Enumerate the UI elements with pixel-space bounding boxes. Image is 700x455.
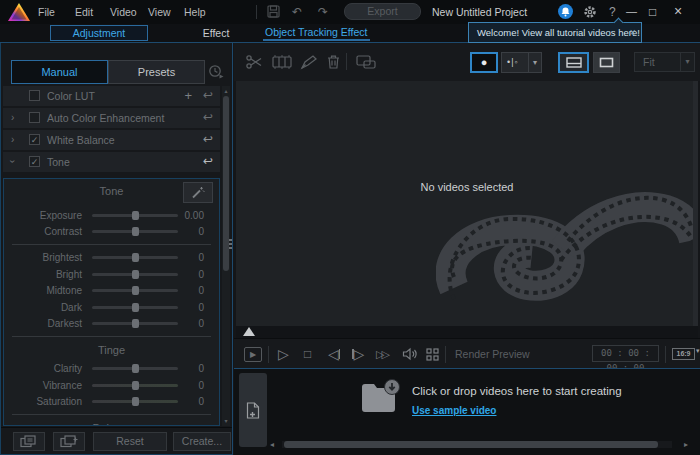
settings-gear-icon[interactable] [583, 5, 597, 19]
slider-thumb[interactable] [132, 319, 139, 328]
checkbox-unchecked[interactable] [29, 112, 40, 123]
slider-track[interactable] [92, 367, 178, 370]
maximize-button[interactable]: □ [649, 0, 656, 24]
stop-button[interactable]: □ [304, 345, 311, 363]
scrollbar-track[interactable] [282, 441, 672, 448]
scrollbar-thumb[interactable] [284, 441, 658, 448]
expander-icon[interactable]: › [11, 108, 14, 127]
aspect-ratio-badge[interactable]: 16:9 [672, 348, 695, 360]
minimize-button[interactable]: — [626, 0, 637, 24]
volume-button[interactable] [402, 345, 418, 363]
aspect-ratio-dropdown-icon[interactable]: ▾ [696, 347, 700, 355]
snapshot-grid-button[interactable] [426, 345, 439, 363]
add-lut-icon[interactable]: + [184, 86, 192, 105]
slider-thumb[interactable] [132, 211, 139, 220]
close-button[interactable]: × [674, 0, 682, 24]
menu-edit[interactable]: Edit [75, 0, 93, 24]
slider-track[interactable] [92, 306, 178, 309]
tab-presets[interactable]: Presets [108, 60, 205, 84]
playhead-marker[interactable] [243, 327, 255, 336]
fit-dropdown-icon[interactable]: ▾ [680, 53, 694, 71]
undo-icon[interactable]: ↶ [292, 0, 302, 24]
history-icon[interactable] [207, 64, 225, 80]
delete-trash-icon[interactable] [326, 54, 341, 70]
slider-thumb[interactable] [132, 270, 139, 279]
menu-help[interactable]: Help [184, 0, 206, 24]
section-white-balance[interactable]: › ✓ White Balance ↩ [3, 130, 220, 150]
redo-icon[interactable]: ↷ [318, 0, 328, 24]
slider-track[interactable] [92, 214, 178, 217]
scroll-right-icon[interactable]: ▸ [684, 440, 688, 449]
reset-section-icon[interactable]: ↩ [203, 130, 213, 149]
slider-thumb[interactable] [132, 286, 139, 295]
compare-mode-button[interactable]: •|◦ ▾ [501, 52, 542, 73]
layout-single-toggle[interactable] [593, 52, 620, 73]
zoom-fit-dropdown[interactable]: Fit ▾ [634, 52, 695, 72]
section-tone[interactable]: › ✓ Tone ↩ [3, 152, 220, 172]
compare-dropdown-icon[interactable]: ▾ [528, 53, 541, 72]
preview-window-button[interactable]: ▶ [244, 347, 262, 362]
checkbox-unchecked[interactable] [29, 90, 40, 101]
tooltip-close-icon[interactable]: × [630, 23, 636, 41]
bin-horizontal-scrollbar[interactable]: ◂ ▸ [270, 440, 688, 449]
slider-thumb[interactable] [132, 253, 139, 262]
copy-settings-button[interactable] [13, 432, 45, 451]
play-button[interactable]: ▷ [278, 345, 289, 363]
tab-object-tracking-effect[interactable]: Object Tracking Effect [263, 25, 370, 41]
reset-button[interactable]: Reset [93, 432, 167, 451]
expander-icon[interactable]: › [11, 130, 14, 149]
trim-scissors-icon[interactable] [246, 54, 263, 70]
slider-track[interactable] [92, 322, 178, 325]
section-auto-color-enhancement[interactable]: › Auto Color Enhancement ↩ [3, 108, 220, 128]
checkbox-checked[interactable]: ✓ [29, 134, 40, 145]
slider-thumb[interactable] [132, 364, 139, 373]
panel-splitter-handle[interactable] [228, 239, 232, 255]
slider-thumb[interactable] [132, 227, 139, 236]
add-media-button[interactable] [239, 373, 267, 447]
notifications-bell-icon[interactable] [558, 4, 573, 19]
draw-pen-icon[interactable] [300, 54, 318, 70]
menu-file[interactable]: File [38, 0, 55, 24]
reset-section-icon[interactable]: ↩ [203, 86, 213, 105]
scroll-up-icon[interactable]: ▴ [222, 87, 230, 95]
checkbox-checked[interactable]: ✓ [29, 156, 40, 167]
panel-scrollbar[interactable]: ▴ ▾ [222, 86, 230, 426]
slider-track[interactable] [92, 230, 178, 233]
reset-section-icon[interactable]: ↩ [203, 108, 213, 127]
layout-split-toggle[interactable] [558, 52, 589, 73]
slider-track[interactable] [92, 256, 178, 259]
scroll-down-icon[interactable]: ▾ [222, 417, 230, 425]
picture-in-picture-icon[interactable] [356, 54, 376, 70]
slider-thumb[interactable] [132, 303, 139, 312]
menu-view[interactable]: View [148, 0, 171, 24]
slider-track[interactable] [92, 400, 178, 403]
section-color-lut[interactable]: Color LUT + ↩ [3, 86, 220, 106]
reset-section-icon[interactable]: ↩ [203, 152, 213, 171]
media-bin[interactable]: Click or drop videos here to start creat… [234, 368, 700, 455]
create-button[interactable]: Create... [173, 432, 231, 451]
use-sample-video-link[interactable]: Use sample video [412, 405, 496, 416]
export-button[interactable]: Export [344, 3, 421, 20]
slider-thumb[interactable] [132, 397, 139, 406]
auto-tone-wand-button[interactable] [183, 182, 213, 203]
next-frame-button[interactable]: ▷ [352, 345, 364, 363]
preview-scrollbar[interactable] [693, 81, 698, 326]
trim-seekbar[interactable] [236, 326, 698, 338]
show-original-toggle[interactable]: ● [470, 52, 498, 73]
tab-effect[interactable]: Effect [186, 25, 246, 41]
fast-forward-button[interactable]: ▷▷ [376, 345, 387, 363]
video-preview[interactable]: No videos selected [236, 81, 698, 326]
expander-icon-open[interactable]: › [3, 160, 22, 163]
keyframe-strip-icon[interactable] [272, 54, 292, 70]
apply-to-all-button[interactable] [53, 432, 85, 451]
slider-track[interactable] [92, 384, 178, 387]
tab-adjustment[interactable]: Adjustment [50, 25, 148, 41]
slider-track[interactable] [92, 273, 178, 276]
menu-video[interactable]: Video [110, 0, 137, 24]
slider-track[interactable] [92, 289, 178, 292]
tab-manual[interactable]: Manual [11, 60, 108, 84]
scroll-left-icon[interactable]: ◂ [270, 440, 274, 449]
slider-thumb[interactable] [132, 381, 139, 390]
previous-frame-button[interactable]: ◁ [328, 345, 340, 363]
render-preview-button[interactable]: Render Preview [455, 339, 530, 369]
